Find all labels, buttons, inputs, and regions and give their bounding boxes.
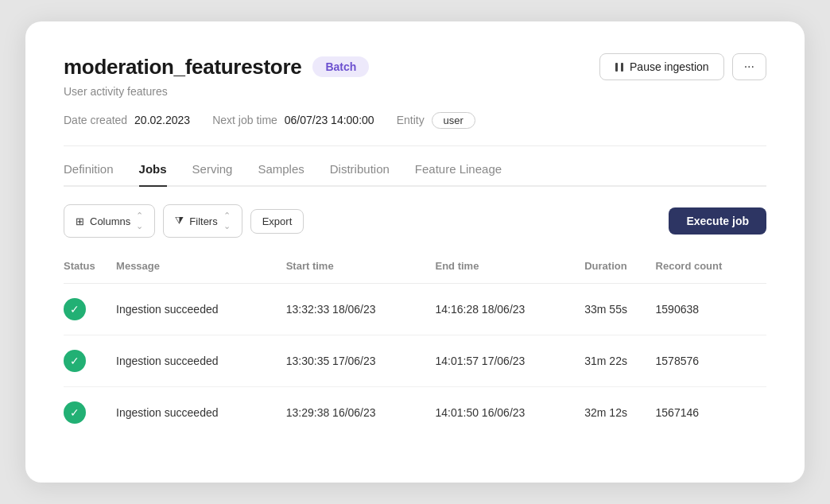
next-job-value: 06/07/23 14:00:00: [285, 114, 374, 126]
status-cell: ✓: [64, 335, 116, 387]
export-button[interactable]: Export: [250, 209, 304, 234]
status-cell: ✓: [64, 387, 116, 439]
next-job-label: Next job time 06/07/23 14:00:00: [212, 114, 374, 126]
duration-cell: 33m 55s: [584, 284, 655, 335]
message-cell: Ingestion succeeded: [116, 284, 286, 335]
end-time-cell: 14:01:50 16/06/23: [435, 387, 584, 439]
title-section: moderation_featurestore Batch: [64, 55, 369, 79]
record-count-cell: 1590638: [656, 284, 766, 335]
tab-serving[interactable]: Serving: [192, 162, 233, 187]
table-row: ✓Ingestion succeeded13:30:35 17/06/2314:…: [64, 335, 766, 387]
columns-button[interactable]: ⊞ Columns ⌃⌄: [64, 204, 155, 238]
tab-definition[interactable]: Definition: [64, 162, 114, 187]
execute-job-button[interactable]: Execute job: [669, 207, 766, 235]
jobs-table: StatusMessageStart timeEnd timeDurationR…: [64, 260, 766, 438]
more-options-button[interactable]: ···: [732, 53, 766, 80]
toolbar: ⊞ Columns ⌃⌄ ⧩ Filters ⌃⌄ Export Execute…: [64, 204, 766, 238]
columns-label: Columns: [90, 215, 130, 227]
main-card: moderation_featurestore Batch Pause inge…: [25, 21, 805, 483]
filters-arrow-icon: ⌃⌄: [223, 211, 231, 231]
end-time-cell: 14:01:57 17/06/23: [435, 335, 584, 387]
status-cell: ✓: [64, 284, 116, 335]
subtitle: User activity features: [64, 85, 766, 98]
filters-button[interactable]: ⧩ Filters ⌃⌄: [163, 204, 242, 238]
columns-arrow-icon: ⌃⌄: [136, 211, 143, 231]
end-time-cell: 14:16:28 18/06/23: [435, 284, 584, 335]
tab-feature-lineage[interactable]: Feature Lineage: [415, 162, 502, 187]
col-header-message: Message: [116, 260, 286, 284]
start-time-cell: 13:29:38 16/06/23: [286, 387, 436, 439]
message-cell: Ingestion succeeded: [116, 335, 286, 387]
table-row: ✓Ingestion succeeded13:32:33 18/06/2314:…: [64, 284, 766, 335]
record-count-cell: 1567146: [656, 387, 766, 439]
col-header-status: Status: [64, 260, 116, 284]
start-time-cell: 13:32:33 18/06/23: [286, 284, 436, 335]
header-row: moderation_featurestore Batch Pause inge…: [64, 53, 766, 80]
table-row: ✓Ingestion succeeded13:29:38 16/06/2314:…: [64, 387, 766, 439]
table-body: ✓Ingestion succeeded13:32:33 18/06/2314:…: [64, 284, 766, 439]
record-count-cell: 1578576: [656, 335, 766, 387]
more-icon: ···: [744, 60, 754, 73]
execute-label: Execute job: [686, 215, 749, 227]
col-header-duration: Duration: [584, 260, 655, 284]
tab-jobs[interactable]: Jobs: [139, 162, 167, 187]
entity-badge: user: [432, 112, 475, 129]
success-status-icon: ✓: [64, 350, 86, 372]
pause-button-label: Pause ingestion: [630, 60, 709, 73]
date-created-value: 20.02.2023: [134, 114, 190, 126]
filters-label: Filters: [189, 215, 217, 227]
col-header-end-time: End time: [435, 260, 584, 284]
header-actions: Pause ingestion ···: [599, 53, 766, 80]
message-cell: Ingestion succeeded: [116, 387, 286, 439]
success-status-icon: ✓: [64, 298, 86, 320]
col-header-start-time: Start time: [286, 260, 436, 284]
page-title: moderation_featurestore: [64, 55, 301, 79]
filter-icon: ⧩: [175, 215, 184, 227]
start-time-cell: 13:30:35 17/06/23: [286, 335, 436, 387]
tab-samples[interactable]: Samples: [258, 162, 304, 187]
pause-ingestion-button[interactable]: Pause ingestion: [599, 53, 724, 80]
batch-badge: Batch: [312, 56, 369, 77]
success-status-icon: ✓: [64, 401, 86, 424]
entity-field: Entity user: [397, 114, 475, 126]
date-created-label: Date created 20.02.2023: [64, 114, 190, 126]
divider: [64, 145, 766, 146]
meta-row: Date created 20.02.2023 Next job time 06…: [64, 114, 766, 126]
columns-icon: ⊞: [76, 215, 84, 227]
tabs-nav: DefinitionJobsServingSamplesDistribution…: [64, 162, 766, 187]
duration-cell: 32m 12s: [584, 387, 655, 439]
pause-icon: [615, 63, 624, 72]
duration-cell: 31m 22s: [584, 335, 655, 387]
export-label: Export: [262, 215, 293, 227]
col-header-record-count: Record count: [656, 260, 766, 284]
table-header: StatusMessageStart timeEnd timeDurationR…: [64, 260, 766, 284]
tab-distribution[interactable]: Distribution: [330, 162, 390, 187]
